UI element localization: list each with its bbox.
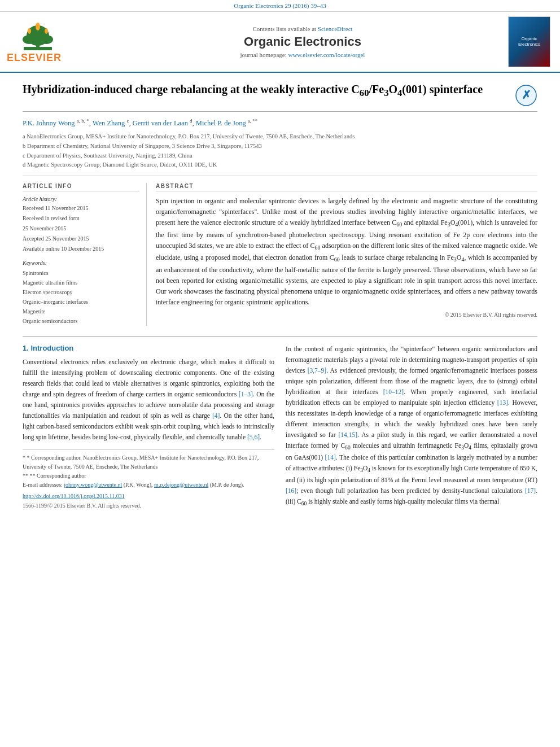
- corresponding-author-label: ** Corresponding author: [30, 473, 86, 479]
- affil-b-text: b Department of Chemistry, National Univ…: [23, 142, 262, 151]
- header-left: ELSEVIER: [7, 20, 97, 64]
- abstract-heading: ABSTRACT: [156, 183, 537, 191]
- doi-link[interactable]: http://dx.doi.org/10.1016/j.orgel.2015.1…: [23, 493, 125, 499]
- author-laan: Gerrit van der Laan: [133, 119, 188, 127]
- svg-rect-7: [24, 47, 52, 50]
- intro-col1-text: Conventional electronics relies exclusiv…: [23, 357, 274, 443]
- intro-label: Introduction: [30, 344, 73, 352]
- svg-point-6: [45, 28, 48, 34]
- keyword-organic-inorganic: Organic–inorganic interfaces: [23, 297, 139, 307]
- received-revised-label: Received in revised form: [23, 213, 139, 224]
- received-date: Received 11 November 2015: [23, 203, 139, 213]
- email2-name: (M.P. de Jong).: [210, 482, 244, 488]
- ref-1-3[interactable]: [1–3]: [239, 391, 253, 397]
- intro-col2-text: In the context of organic spintronics, t…: [286, 344, 537, 508]
- ref-14b[interactable]: [14]: [325, 454, 336, 461]
- author-dejong: Michel P. de Jong: [196, 119, 246, 127]
- homepage-text: journal homepage:: [240, 51, 287, 58]
- intro-number: 1.: [23, 344, 29, 352]
- svg-point-2: [23, 35, 36, 44]
- keyword-magnetite: Magnetite: [23, 307, 139, 316]
- footnote-star2: ** ** Corresponding author: [23, 471, 274, 480]
- keyword-electron-spectroscopy: Electron spectroscopy: [23, 287, 139, 297]
- revised-date: 25 November 2015: [23, 224, 139, 234]
- email-label: E-mail addresses:: [23, 482, 63, 488]
- available-date: Available online 10 December 2015: [23, 244, 139, 254]
- author-zhang: Wen Zhang: [93, 119, 125, 127]
- contents-text: Contents lists available at: [252, 25, 316, 32]
- affiliation-d: d Magnetic Spectroscopy Group, Diamond L…: [23, 160, 537, 170]
- keyword-spintronics: Spintronics: [23, 268, 139, 278]
- author-wong: P.K. Johnny Wong: [23, 119, 75, 127]
- ref-4[interactable]: [4]: [212, 412, 220, 419]
- body-two-columns: 1. Introduction Conventional electronics…: [23, 344, 537, 513]
- ref-14-15[interactable]: [14,15]: [338, 431, 357, 438]
- intro-title: 1. Introduction: [23, 344, 274, 352]
- journal-bar: Organic Electronics 29 (2016) 39–43: [0, 0, 560, 12]
- header-right: Organic Electronics: [508, 16, 553, 67]
- article-info-column: ARTICLE INFO Article history: Received 1…: [23, 183, 147, 326]
- journal-homepage: journal homepage: www.elsevier.com/locat…: [103, 51, 502, 58]
- affiliation-a: a NanoElectronics Group, MESA+ Institute…: [23, 132, 537, 142]
- header-section: ELSEVIER Contents lists available at Sci…: [0, 12, 560, 73]
- email1-name: (P.K. Wong),: [124, 482, 153, 488]
- email1-link[interactable]: johnny.wong@utwente.nl: [64, 482, 122, 488]
- article-info-abstract-section: ARTICLE INFO Article history: Received 1…: [23, 183, 537, 326]
- svg-point-5: [28, 28, 31, 34]
- footnote-section: * * Corresponding author. NanoElectronic…: [23, 449, 274, 509]
- elsevier-wordmark: ELSEVIER: [7, 52, 62, 64]
- keyword-magnetic-films: Magnetic ultrathin films: [23, 278, 139, 287]
- article-title: Hybridization-induced charge rebalancing…: [23, 82, 515, 100]
- svg-point-3: [40, 35, 53, 44]
- svg-point-4: [36, 23, 40, 30]
- history-label: Article history:: [23, 196, 139, 202]
- article-history: Received 11 November 2015 Received in re…: [23, 203, 139, 254]
- affiliation-b: b Department of Chemistry, National Univ…: [23, 142, 537, 151]
- body-col-right: In the context of organic spintronics, t…: [286, 344, 537, 513]
- svg-text:✗: ✗: [522, 89, 531, 101]
- copyright-line: © 2015 Elsevier B.V. All rights reserved…: [156, 312, 537, 318]
- ref-10-12[interactable]: [10–12]: [383, 388, 404, 395]
- ref-17[interactable]: [17]: [525, 487, 536, 494]
- footnote-email: E-mail addresses: johnny.wong@utwente.nl…: [23, 480, 274, 490]
- email2-link[interactable]: m.p.dejong@utwente.nl: [154, 482, 208, 488]
- cover-label: Organic Electronics: [511, 36, 548, 48]
- article-title-section: Hybridization-induced charge rebalancing…: [23, 82, 537, 112]
- homepage-url[interactable]: www.elsevier.com/locate/orgel: [288, 51, 365, 58]
- article-info-heading: ARTICLE INFO: [23, 183, 139, 191]
- keyword-organic-semiconductors: Organic semiconductors: [23, 316, 139, 326]
- ref-3-7-9[interactable]: [3,7–9]: [308, 367, 327, 374]
- accepted-date: Accepted 25 November 2015: [23, 234, 139, 244]
- elsevier-tree-icon: [7, 20, 69, 51]
- ref-16[interactable]: [16]: [286, 487, 296, 494]
- affil-c-text: c Department of Physics, Southeast Unive…: [23, 151, 193, 161]
- journal-bar-text: Organic Electronics 29 (2016) 39–43: [234, 2, 326, 9]
- journal-cover-image: Organic Electronics: [508, 16, 550, 67]
- header-center: Contents lists available at ScienceDirec…: [103, 25, 502, 58]
- footnote-star1: * * Corresponding author. NanoElectronic…: [23, 453, 274, 471]
- elsevier-logo: ELSEVIER: [7, 20, 97, 64]
- contents-line: Contents lists available at ScienceDirec…: [103, 25, 502, 32]
- affil-d-text: d Magnetic Spectroscopy Group, Diamond L…: [23, 160, 217, 170]
- keywords-label: Keywords:: [23, 260, 139, 266]
- ref-5-6[interactable]: [5,6]: [247, 434, 260, 440]
- science-direct-link[interactable]: ScienceDirect: [318, 25, 353, 32]
- abstract-column: ABSTRACT Spin injection in organic and m…: [156, 183, 537, 326]
- body-section: 1. Introduction Conventional electronics…: [23, 336, 537, 513]
- ref-13[interactable]: [13]: [497, 399, 508, 406]
- authors-line: P.K. Johnny Wong a, b, *, Wen Zhang c, G…: [23, 117, 537, 129]
- main-content: Hybridization-induced charge rebalancing…: [0, 73, 560, 522]
- body-col-left: 1. Introduction Conventional electronics…: [23, 344, 274, 513]
- crossmark-icon: ✗: [515, 84, 537, 107]
- affiliations: a NanoElectronics Group, MESA+ Institute…: [23, 132, 537, 176]
- issn-line: 1566-1199/© 2015 Elsevier B.V. All right…: [23, 503, 274, 509]
- affil-a-text: a NanoElectronics Group, MESA+ Institute…: [23, 132, 355, 142]
- affiliation-c: c Department of Physics, Southeast Unive…: [23, 151, 537, 161]
- journal-title: Organic Electronics: [103, 34, 502, 49]
- abstract-text: Spin injection in organic and molecular …: [156, 196, 537, 308]
- crossmark-logo[interactable]: ✗: [515, 84, 537, 107]
